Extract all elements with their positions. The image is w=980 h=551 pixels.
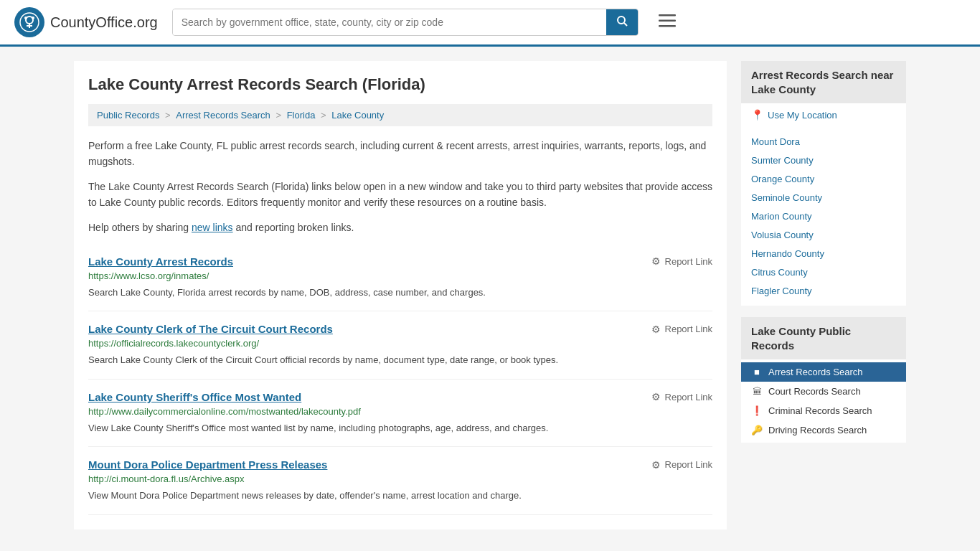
pr-icon-1: 🏛 (751, 386, 763, 397)
svg-point-5 (32, 17, 34, 19)
nearby-link-0[interactable]: Mount Dora (751, 136, 800, 147)
records-container: Lake County Arrest Records ⚙ Report Link… (88, 244, 712, 515)
nearby-link-1[interactable]: Sumter County (751, 155, 814, 166)
pr-link-3[interactable]: Driving Records Search (768, 425, 867, 435)
record-entry: Lake County Sheriff's Office Most Wanted… (88, 380, 712, 448)
nearby-item-5: Volusia County (741, 225, 906, 244)
record-title-1[interactable]: Lake County Clerk of The Circuit Court R… (88, 323, 333, 335)
header: CountyOffice.org (0, 0, 980, 47)
record-url-2: http://www.dailycommercialonline.com/mos… (88, 406, 712, 417)
public-records-section: Lake County Public Records ■Arrest Recor… (741, 317, 906, 443)
record-header: Lake County Clerk of The Circuit Court R… (88, 323, 712, 335)
search-input[interactable] (173, 9, 606, 35)
public-records-item-0[interactable]: ■Arrest Records Search (741, 362, 906, 382)
menu-button[interactable] (653, 10, 682, 34)
breadcrumb: Public Records > Arrest Records Search >… (88, 104, 712, 126)
nearby-link-6[interactable]: Hernando County (751, 248, 824, 259)
svg-point-4 (24, 17, 27, 19)
record-title-3[interactable]: Mount Dora Police Department Press Relea… (88, 458, 327, 471)
record-title-0[interactable]: Lake County Arrest Records (88, 255, 233, 268)
description-1: Perform a free Lake County, FL public ar… (88, 138, 712, 170)
nearby-item-4: Marion County (741, 207, 906, 225)
pr-icon-3: 🔑 (751, 425, 763, 435)
content-area: Lake County Arrest Records Search (Flori… (74, 61, 727, 529)
breadcrumb-public-records[interactable]: Public Records (97, 110, 159, 121)
record-header: Mount Dora Police Department Press Relea… (88, 458, 712, 471)
description-3: Help others by sharing new links and rep… (88, 220, 712, 235)
use-location-button[interactable]: 📍 Use My Location (741, 103, 906, 126)
logo[interactable]: CountyOffice.org (14, 7, 158, 37)
record-desc-3: View Mount Dora Police Department news r… (88, 489, 712, 503)
nearby-link-5[interactable]: Volusia County (751, 230, 814, 240)
svg-rect-9 (659, 20, 676, 22)
report-link-2[interactable]: ⚙ Report Link (651, 391, 712, 402)
public-records-item-2[interactable]: ❗Criminal Records Search (741, 401, 906, 420)
svg-line-7 (624, 23, 627, 26)
search-button[interactable] (606, 9, 638, 35)
nearby-item-2: Orange County (741, 169, 906, 188)
record-title-2[interactable]: Lake County Sheriff's Office Most Wanted (88, 391, 301, 403)
nearby-list: Mount DoraSumter CountyOrange CountySemi… (741, 126, 906, 306)
breadcrumb-lake-county[interactable]: Lake County (331, 110, 384, 121)
nearby-heading: Arrest Records Search near Lake County (741, 61, 906, 103)
record-entry: Mount Dora Police Department Press Relea… (88, 447, 712, 515)
nearby-item-3: Seminole County (741, 188, 906, 207)
page-title: Lake County Arrest Records Search (Flori… (88, 75, 712, 94)
pr-icon-0: ■ (751, 367, 763, 377)
breadcrumb-florida[interactable]: Florida (287, 110, 316, 121)
record-header: Lake County Sheriff's Office Most Wanted… (88, 391, 712, 403)
nearby-item-0: Mount Dora (741, 132, 906, 151)
report-icon-2: ⚙ (651, 391, 661, 402)
pr-link-0[interactable]: Arrest Records Search (768, 367, 863, 377)
public-records-item-1[interactable]: 🏛Court Records Search (741, 382, 906, 401)
nearby-item-6: Hernando County (741, 244, 906, 263)
nearby-link-8[interactable]: Flagler County (751, 286, 812, 296)
svg-point-6 (618, 17, 625, 24)
pr-link-1[interactable]: Court Records Search (768, 386, 861, 397)
record-header: Lake County Arrest Records ⚙ Report Link (88, 255, 712, 268)
logo-text: CountyOffice.org (50, 14, 158, 31)
record-url-1: https://officialrecords.lakecountyclerk.… (88, 338, 712, 349)
report-link-3[interactable]: ⚙ Report Link (651, 459, 712, 471)
report-icon-3: ⚙ (651, 459, 661, 471)
public-records-heading: Lake County Public Records (741, 317, 906, 359)
nearby-link-2[interactable]: Orange County (751, 174, 814, 184)
sidebar: Arrest Records Search near Lake County 📍… (741, 61, 906, 529)
public-records-item-3[interactable]: 🔑Driving Records Search (741, 420, 906, 440)
record-desc-0: Search Lake County, Florida arrest recor… (88, 286, 712, 300)
breadcrumb-arrest-records-search[interactable]: Arrest Records Search (176, 110, 270, 121)
new-links[interactable]: new links (192, 222, 233, 233)
pr-link-2[interactable]: Criminal Records Search (768, 405, 872, 416)
main-container: Lake County Arrest Records Search (Flori… (60, 47, 920, 544)
pr-icon-2: ❗ (751, 405, 763, 416)
nearby-item-1: Sumter County (741, 151, 906, 169)
svg-rect-8 (659, 14, 676, 17)
record-desc-1: Search Lake County Clerk of the Circuit … (88, 353, 712, 367)
public-records-list: ■Arrest Records Search🏛Court Records Sea… (741, 359, 906, 443)
nearby-link-4[interactable]: Marion County (751, 211, 812, 222)
logo-icon (14, 7, 44, 37)
report-icon-1: ⚙ (651, 324, 661, 335)
nearby-link-3[interactable]: Seminole County (751, 192, 822, 203)
nearby-section: Arrest Records Search near Lake County 📍… (741, 61, 906, 306)
report-link-0[interactable]: ⚙ Report Link (651, 255, 712, 267)
record-entry: Lake County Clerk of The Circuit Court R… (88, 311, 712, 380)
pin-icon: 📍 (751, 109, 763, 121)
record-desc-2: View Lake County Sheriff's Office most w… (88, 421, 712, 435)
description-2: The Lake County Arrest Records Search (F… (88, 179, 712, 211)
record-url-3: http://ci.mount-dora.fl.us/Archive.aspx (88, 474, 712, 484)
report-link-1[interactable]: ⚙ Report Link (651, 324, 712, 335)
svg-rect-10 (659, 25, 676, 27)
search-bar (172, 9, 639, 36)
nearby-item-7: Citrus County (741, 263, 906, 281)
nearby-item-8: Flagler County (741, 281, 906, 300)
record-entry: Lake County Arrest Records ⚙ Report Link… (88, 244, 712, 312)
svg-point-0 (20, 13, 39, 32)
record-url-0: https://www.lcso.org/inmates/ (88, 270, 712, 281)
nearby-link-7[interactable]: Citrus County (751, 267, 808, 278)
report-icon-0: ⚙ (651, 255, 661, 267)
